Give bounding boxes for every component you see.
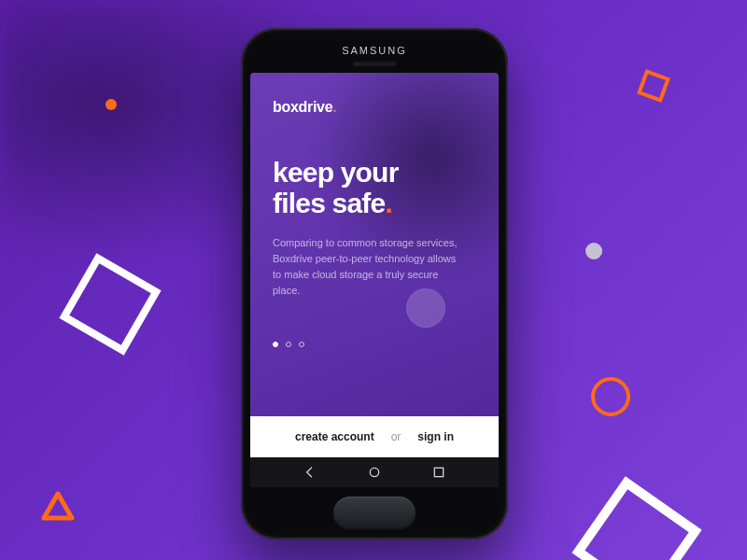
decor-square-white-bottom [571, 476, 701, 560]
onboarding-content: boxdrive. keep your files safe. Comparin… [250, 73, 499, 416]
back-icon[interactable] [300, 462, 320, 483]
create-account-button[interactable]: create account [295, 430, 374, 443]
home-icon[interactable] [364, 462, 385, 483]
app-logo: boxdrive. [273, 99, 476, 116]
app-logo-dot: . [332, 99, 336, 115]
page-indicator[interactable] [273, 342, 304, 347]
app-logo-text: boxdrive [273, 99, 332, 115]
decor-dot-orange [106, 99, 117, 110]
headline-line-1: keep your [273, 157, 399, 188]
recent-apps-icon[interactable] [429, 462, 449, 483]
svg-rect-2 [434, 468, 443, 476]
decor-circle-orange [591, 377, 630, 416]
pager-dot-3[interactable] [299, 342, 304, 347]
decor-square-white-left [59, 253, 161, 355]
phone-device-frame: SAMSUNG boxdrive. keep your files safe. … [241, 28, 508, 539]
phone-screen: boxdrive. keep your files safe. Comparin… [250, 73, 499, 487]
decor-triangle-orange [41, 491, 75, 521]
phone-home-button[interactable] [333, 497, 416, 530]
phone-brand-label: SAMSUNG [241, 45, 508, 56]
decor-square-orange [637, 69, 670, 103]
svg-point-1 [370, 468, 378, 476]
pager-dot-1[interactable] [273, 342, 278, 347]
pager-dot-2[interactable] [286, 342, 291, 347]
touch-indicator-icon [407, 289, 444, 327]
headline-line-2: files safe [273, 188, 385, 218]
or-separator: or [391, 430, 402, 443]
android-nav-bar [250, 457, 499, 487]
svg-marker-0 [44, 494, 72, 518]
action-bar: create account or sign in [250, 416, 499, 457]
phone-speaker [353, 62, 396, 66]
sign-in-button[interactable]: sign in [417, 430, 454, 443]
headline-dot: . [385, 188, 392, 218]
headline: keep your files safe. [273, 157, 476, 218]
decor-dot-grey [585, 243, 602, 259]
